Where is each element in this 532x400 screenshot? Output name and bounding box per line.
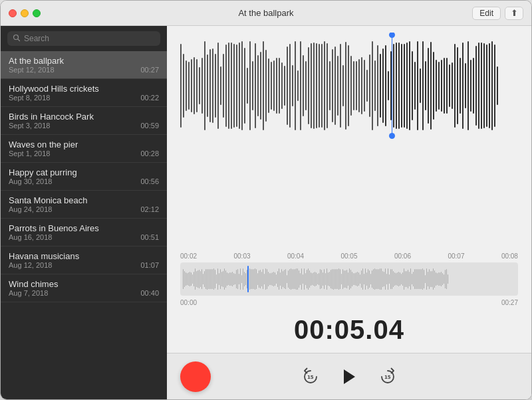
waveform-bar	[401, 44, 402, 128]
waveform-bar	[497, 66, 498, 105]
mini-bar	[420, 269, 420, 289]
mini-bar	[404, 268, 404, 289]
waveform-bar	[465, 63, 466, 108]
waveform-bar	[316, 43, 317, 128]
mini-bar	[433, 268, 434, 290]
mini-bar	[229, 272, 230, 285]
waveform-bar	[436, 60, 437, 112]
waveform-bar	[327, 43, 328, 129]
waveform-bar	[303, 55, 304, 116]
mini-bar	[280, 272, 281, 285]
mini-bar	[425, 275, 426, 284]
mini-bar	[223, 271, 223, 288]
mini-bar	[380, 268, 380, 289]
search-bar[interactable]	[7, 31, 160, 46]
search-input[interactable]	[24, 34, 155, 43]
mini-bar	[284, 270, 285, 288]
waveform-bar	[494, 45, 495, 127]
mini-bar	[299, 270, 299, 287]
waveform-bar	[217, 43, 219, 128]
waveform-bar	[337, 56, 338, 116]
waveform-bar	[428, 48, 429, 124]
mini-bar	[307, 270, 307, 288]
mini-bar	[257, 273, 258, 286]
mini-bar	[285, 269, 286, 288]
recording-item[interactable]: Havana musicians Aug 12, 2018 01:07	[1, 247, 167, 274]
mini-bar	[231, 272, 231, 286]
recording-item[interactable]: Happy cat purring Aug 30, 2018 00:56	[1, 163, 167, 191]
waveform-main[interactable]	[167, 26, 531, 250]
waveform-bar	[449, 64, 450, 107]
waveform-bar	[273, 60, 275, 111]
waveform-bar	[475, 46, 477, 126]
mini-bar	[331, 270, 331, 289]
waveform-bar	[252, 61, 253, 110]
recording-title: Santa Monica beach	[9, 195, 140, 205]
waveform-bar	[313, 43, 315, 130]
recording-item[interactable]: Waves on the pier Sept 1, 2018 00:28	[1, 135, 167, 163]
maximize-button[interactable]	[33, 9, 41, 17]
mini-bar	[219, 273, 219, 286]
mini-bar	[358, 272, 359, 285]
skip-back-button[interactable]: 15	[300, 366, 321, 387]
recording-item[interactable]: Hollywood Hills crickets Sept 8, 2018 00…	[1, 79, 167, 107]
mini-bar	[260, 270, 261, 288]
waveform-bar	[457, 47, 458, 124]
recording-item[interactable]: At the ballpark Sept 12, 2018 00:27	[1, 51, 167, 79]
mini-bar	[350, 270, 351, 288]
recording-title: Havana musicians	[9, 251, 140, 261]
waveform-bar	[388, 71, 389, 100]
waveform-bar	[369, 54, 370, 118]
mini-bar	[408, 270, 408, 289]
waveform-bar	[215, 54, 216, 118]
waveform-bar	[247, 68, 248, 104]
mini-bar	[401, 274, 402, 284]
recording-title: Waves on the pier	[9, 140, 140, 150]
mini-bar	[440, 272, 440, 286]
recording-item[interactable]: Birds in Hancock Park Sept 3, 2018 00:59	[1, 107, 167, 135]
mini-bar	[445, 270, 446, 288]
close-button[interactable]	[9, 9, 17, 17]
edit-button[interactable]: Edit	[472, 7, 501, 20]
mini-bar	[215, 270, 215, 288]
titlebar-actions: Edit ⬆	[472, 7, 523, 20]
skip-forward-button[interactable]: 15	[377, 366, 398, 387]
mini-bar	[388, 268, 388, 290]
waveform-bar	[284, 66, 285, 106]
mini-bar	[183, 269, 184, 289]
waveform-bar	[342, 65, 344, 106]
recording-item[interactable]: Santa Monica beach Aug 24, 2018 02:12	[1, 191, 167, 219]
mini-bar	[315, 272, 315, 286]
share-button[interactable]: ⬆	[505, 7, 523, 20]
waveform-bar	[438, 62, 440, 110]
record-button[interactable]	[180, 361, 211, 392]
mini-time-start: 00:00	[180, 299, 197, 306]
waveform-bar	[228, 43, 229, 129]
mini-bar	[389, 274, 390, 284]
mini-bar	[442, 273, 443, 285]
mini-bar	[292, 269, 293, 290]
mini-bar	[255, 268, 255, 290]
minimize-button[interactable]	[21, 9, 29, 17]
mini-bar	[212, 269, 213, 290]
waveform-bar	[481, 43, 482, 129]
mini-bar	[217, 268, 218, 290]
recording-date: Sept 8, 2018	[9, 94, 140, 102]
play-button[interactable]	[337, 365, 361, 389]
mini-bar	[406, 271, 407, 288]
mini-bar	[321, 270, 322, 288]
titlebar: At the ballpark Edit ⬆	[1, 1, 531, 26]
playhead-top-dot	[389, 33, 395, 38]
recording-item[interactable]: Parrots in Buenos Aires Aug 16, 2018 00:…	[1, 219, 167, 247]
time-label: 00:04	[287, 252, 304, 260]
recording-date: Sept 3, 2018	[9, 122, 140, 130]
waveform-bar	[223, 54, 224, 118]
waveform-mini[interactable]	[180, 262, 518, 296]
waveform-bar	[356, 61, 357, 110]
mini-bar	[220, 269, 221, 289]
mini-bar	[251, 269, 251, 290]
recording-item[interactable]: Wind chimes Aug 7, 2018 00:40	[1, 274, 167, 302]
waveform-bar	[321, 44, 323, 128]
mini-bar	[304, 268, 305, 290]
mini-bar	[213, 268, 214, 290]
